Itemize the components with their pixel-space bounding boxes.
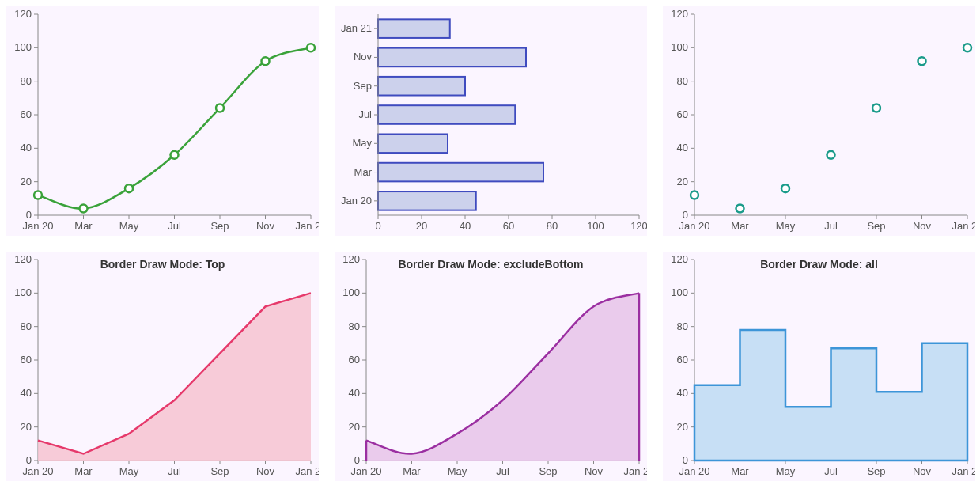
svg-text:Jan 20: Jan 20 bbox=[679, 465, 709, 477]
svg-text:100: 100 bbox=[14, 286, 32, 298]
svg-text:Jan 21: Jan 21 bbox=[623, 465, 647, 477]
svg-text:Jan 20: Jan 20 bbox=[341, 195, 372, 207]
svg-text:Jul: Jul bbox=[824, 465, 838, 477]
svg-point-35 bbox=[262, 57, 270, 65]
svg-text:Mar: Mar bbox=[74, 465, 93, 477]
svg-text:0: 0 bbox=[375, 220, 380, 232]
svg-text:60: 60 bbox=[21, 108, 32, 120]
svg-text:40: 40 bbox=[349, 387, 360, 399]
svg-text:Sep: Sep bbox=[867, 465, 885, 477]
svg-text:80: 80 bbox=[677, 75, 688, 87]
scatter-chart[interactable]: 020406080100120Jan 20MarMayJulSepNovJan … bbox=[663, 6, 975, 236]
area-chart-all[interactable]: 020406080100120Jan 20MarMayJulSepNovJan … bbox=[663, 252, 975, 481]
svg-text:0: 0 bbox=[26, 209, 32, 221]
panel-title: Border Draw Mode: excludeBottom bbox=[335, 258, 647, 271]
svg-text:120: 120 bbox=[14, 8, 32, 20]
svg-text:0: 0 bbox=[683, 454, 688, 466]
svg-text:60: 60 bbox=[349, 354, 360, 366]
svg-text:20: 20 bbox=[21, 176, 32, 188]
svg-text:Sep: Sep bbox=[539, 465, 557, 477]
svg-text:Jul: Jul bbox=[358, 108, 372, 120]
svg-text:60: 60 bbox=[677, 108, 688, 120]
svg-text:20: 20 bbox=[677, 421, 688, 433]
svg-text:Nov: Nov bbox=[354, 51, 373, 63]
svg-text:Mar: Mar bbox=[731, 220, 749, 232]
svg-text:May: May bbox=[776, 220, 796, 232]
svg-text:100: 100 bbox=[342, 286, 360, 298]
panel-area-excludebottom: Border Draw Mode: excludeBottom 02040608… bbox=[335, 252, 647, 481]
bar-chart[interactable]: Jan 20MarMayJulSepNovJan 210204060801001… bbox=[335, 6, 647, 236]
svg-text:Mar: Mar bbox=[731, 465, 749, 477]
svg-text:80: 80 bbox=[21, 320, 32, 332]
svg-text:20: 20 bbox=[677, 176, 688, 188]
svg-point-106 bbox=[781, 184, 789, 192]
svg-text:Mar: Mar bbox=[354, 166, 373, 178]
svg-point-109 bbox=[918, 57, 926, 65]
svg-text:40: 40 bbox=[21, 142, 32, 154]
svg-text:60: 60 bbox=[503, 220, 514, 232]
chart-grid: 020406080100120Jan 20MarMayJulSepNovJan … bbox=[0, 0, 980, 489]
svg-text:Jul: Jul bbox=[168, 465, 181, 477]
svg-text:120: 120 bbox=[630, 220, 647, 232]
svg-rect-56 bbox=[378, 19, 450, 38]
svg-text:0: 0 bbox=[683, 209, 688, 221]
svg-text:Mar: Mar bbox=[74, 220, 93, 232]
svg-text:80: 80 bbox=[21, 75, 32, 87]
svg-text:Nov: Nov bbox=[256, 220, 275, 232]
svg-point-33 bbox=[171, 151, 179, 159]
svg-text:May: May bbox=[352, 137, 372, 149]
svg-text:40: 40 bbox=[677, 387, 688, 399]
svg-text:Jan 21: Jan 21 bbox=[341, 22, 372, 34]
svg-text:Mar: Mar bbox=[403, 465, 421, 477]
svg-text:40: 40 bbox=[460, 220, 471, 232]
svg-text:Nov: Nov bbox=[585, 465, 604, 477]
svg-text:Jan 21: Jan 21 bbox=[952, 465, 975, 477]
svg-text:Jan 20: Jan 20 bbox=[679, 220, 709, 232]
svg-text:120: 120 bbox=[671, 8, 688, 20]
svg-point-34 bbox=[216, 104, 224, 112]
panel-scatter: 020406080100120Jan 20MarMayJulSepNovJan … bbox=[663, 6, 975, 236]
panel-bar: Jan 20MarMayJulSepNovJan 210204060801001… bbox=[335, 6, 647, 236]
svg-text:Sep: Sep bbox=[210, 220, 229, 232]
svg-text:Jan 20: Jan 20 bbox=[350, 465, 381, 477]
svg-text:Sep: Sep bbox=[210, 465, 229, 477]
svg-text:20: 20 bbox=[416, 220, 427, 232]
svg-rect-41 bbox=[378, 163, 543, 182]
svg-text:40: 40 bbox=[677, 142, 688, 154]
area-chart-top[interactable]: 020406080100120Jan 20MarMayJulSepNovJan … bbox=[6, 252, 319, 481]
svg-text:Jul: Jul bbox=[496, 465, 509, 477]
svg-point-105 bbox=[736, 205, 744, 213]
svg-point-31 bbox=[80, 205, 88, 213]
svg-text:60: 60 bbox=[21, 354, 32, 366]
svg-rect-47 bbox=[378, 105, 515, 124]
svg-text:40: 40 bbox=[21, 387, 32, 399]
svg-point-104 bbox=[691, 191, 698, 199]
svg-text:60: 60 bbox=[677, 354, 688, 366]
svg-text:Nov: Nov bbox=[913, 465, 932, 477]
line-chart[interactable]: 020406080100120Jan 20MarMayJulSepNovJan … bbox=[6, 6, 319, 236]
svg-text:Nov: Nov bbox=[256, 465, 275, 477]
svg-text:20: 20 bbox=[21, 421, 32, 433]
svg-text:0: 0 bbox=[26, 454, 32, 466]
panel-title: Border Draw Mode: Top bbox=[6, 258, 319, 271]
svg-text:Jan 20: Jan 20 bbox=[22, 465, 53, 477]
svg-point-107 bbox=[827, 151, 835, 159]
svg-text:100: 100 bbox=[671, 286, 688, 298]
svg-text:Sep: Sep bbox=[867, 220, 885, 232]
svg-text:Jan 21: Jan 21 bbox=[295, 465, 319, 477]
svg-text:80: 80 bbox=[349, 320, 360, 332]
svg-text:Jul: Jul bbox=[168, 220, 181, 232]
svg-text:20: 20 bbox=[349, 421, 360, 433]
svg-text:May: May bbox=[776, 465, 796, 477]
area-chart-excludebottom[interactable]: 020406080100120Jan 20MarMayJulSepNovJan … bbox=[335, 252, 647, 481]
svg-text:100: 100 bbox=[587, 220, 604, 232]
panel-area-top: Border Draw Mode: Top 020406080100120Jan… bbox=[6, 252, 319, 481]
svg-text:Jan 21: Jan 21 bbox=[295, 220, 319, 232]
svg-text:Jan 20: Jan 20 bbox=[22, 220, 53, 232]
svg-text:80: 80 bbox=[547, 220, 558, 232]
svg-rect-53 bbox=[378, 48, 526, 67]
svg-text:100: 100 bbox=[14, 41, 32, 53]
svg-rect-44 bbox=[378, 134, 448, 153]
svg-rect-50 bbox=[378, 77, 465, 96]
svg-text:Nov: Nov bbox=[913, 220, 932, 232]
